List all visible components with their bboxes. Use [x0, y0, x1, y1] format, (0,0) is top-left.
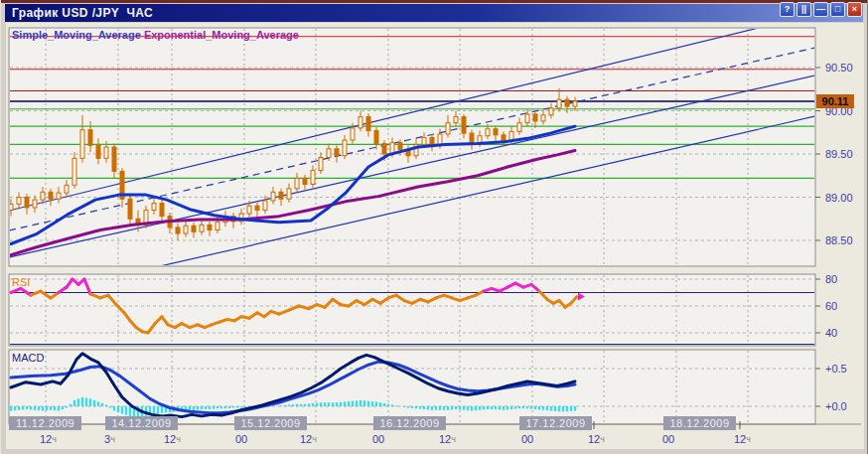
rsi-tick-label: 80	[825, 273, 837, 285]
time-tick-label: 12ч	[439, 433, 456, 445]
time-tick-label: 12ч	[300, 433, 317, 445]
pause-button[interactable]: ||	[796, 2, 811, 17]
chart-window: График USD /JPY ЧАС ? || — □ × 90.5090.0…	[0, 0, 868, 454]
main-price-panel[interactable]	[9, 28, 815, 266]
price-scale[interactable]: 90.5090.0089.5089.0088.50806040+0.5+0.0	[815, 62, 853, 412]
date-badge-label: 15.12.2009	[240, 417, 300, 429]
time-tick-label: 12ч	[588, 433, 605, 445]
ma-legend: Simple_Moving_Average Exponential_Moving…	[12, 29, 299, 41]
macd-tick-label: +0.5	[825, 363, 847, 375]
help-button[interactable]: ?	[780, 2, 795, 17]
date-badge-label: 11.12.2009	[16, 417, 74, 429]
macd-tick-label: +0.0	[825, 400, 847, 412]
price-tick-label: 88.50	[825, 234, 853, 246]
window-title: График USD /JPY ЧАС	[5, 6, 153, 20]
price-tick-label: 90.50	[825, 62, 853, 74]
time-scale[interactable]: 11.12.200914.12.200915.12.200916.12.2009…	[9, 416, 861, 445]
current-price-badge: 90.11	[816, 94, 854, 108]
window-buttons: ? || — □ ×	[780, 2, 862, 17]
close-button[interactable]: ×	[847, 2, 862, 17]
price-tick-label: 89.00	[825, 192, 853, 204]
ema-legend-label: Exponential_Moving_Average	[144, 29, 299, 41]
time-tick-label: 00	[662, 433, 674, 445]
rsi-panel[interactable]	[9, 274, 815, 346]
minimize-button[interactable]: —	[813, 2, 828, 17]
rsi-panel-label: RSI	[12, 276, 30, 288]
title-bar[interactable]: График USD /JPY ЧАС	[5, 4, 863, 22]
window-top-edge	[1, 0, 868, 3]
rsi-tick-label: 60	[825, 300, 837, 312]
date-badge-label: 18.12.2009	[669, 417, 729, 429]
time-tick-label: 00	[235, 433, 247, 445]
macd-panel[interactable]	[9, 350, 815, 424]
date-badge-label: 16.12.2009	[379, 417, 439, 429]
time-tick-label: 12ч	[164, 433, 181, 445]
macd-panel-label: MACD	[12, 352, 44, 364]
time-tick-label: 00	[521, 433, 533, 445]
chart-content-area: 90.5090.0089.5089.0088.50806040+0.5+0.01…	[6, 23, 864, 449]
price-chart-canvas[interactable]: 90.5090.0089.5089.0088.50806040+0.5+0.01…	[6, 23, 864, 449]
time-tick-label: 00	[372, 433, 384, 445]
time-tick-label: 12ч	[734, 433, 751, 445]
date-badge-label: 14.12.2009	[111, 417, 171, 429]
restore-button[interactable]: □	[830, 2, 845, 17]
date-badge-label: 17.12.2009	[525, 417, 585, 429]
price-tick-label: 89.50	[825, 148, 853, 160]
rsi-tick-label: 40	[825, 327, 837, 339]
time-tick-label: 12ч	[40, 433, 57, 445]
time-tick-label: 3ч	[104, 433, 115, 445]
sma-legend-label: Simple_Moving_Average	[12, 29, 141, 41]
